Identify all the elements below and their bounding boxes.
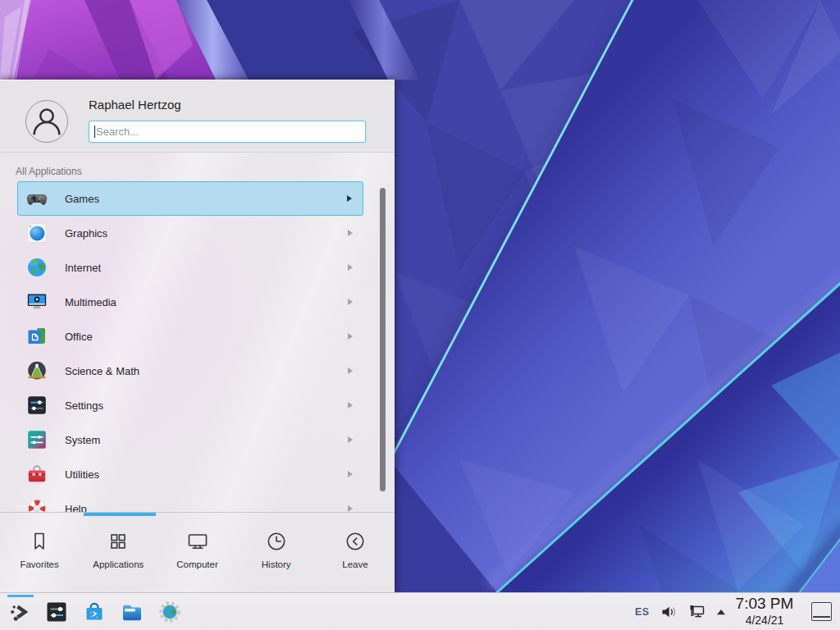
sliders-icon [26,395,48,416]
category-label: Science & Math [65,365,139,377]
tab-computer[interactable]: Computer [158,516,236,593]
category-label: Games [65,193,99,205]
documents-icon [26,326,48,347]
globe-icon [26,257,48,278]
clock-widget[interactable]: 7:03 PM 4/24/21 [725,595,804,628]
category-label: System [65,434,100,446]
category-row-system[interactable]: System [17,422,363,457]
settings-sliders-icon[interactable] [44,600,69,624]
gamepad-icon [26,188,48,209]
tab-applications[interactable]: Applications [79,516,158,593]
user-avatar[interactable] [25,100,68,143]
category-row-multimedia[interactable]: Multimedia [17,285,363,319]
clock-icon [264,529,289,554]
user-name: Raphael Hertzog [89,98,181,112]
desktop: Raphael Hertzog Search... All Applicatio… [0,0,840,630]
toolbox-icon [26,463,48,485]
submenu-arrow-icon [348,368,353,374]
submenu-arrow-icon [348,299,353,305]
software-bag-icon[interactable] [82,600,107,624]
expand-caret-icon[interactable] [716,609,726,615]
category-label: Internet [65,262,101,274]
tab-label: Computer [176,559,218,569]
tab-history[interactable]: History [237,516,316,593]
submenu-arrow-icon [347,195,352,202]
text-cursor [94,126,95,138]
tab-label: Applications [93,559,144,569]
category-row-games[interactable]: Games [17,181,363,216]
submenu-arrow-icon [348,333,353,340]
category-row-internet[interactable]: Internet [17,250,363,285]
category-label: Multimedia [65,296,116,308]
leave-circle-icon [343,529,368,554]
category-row-settings[interactable]: Settings [17,388,363,422]
monitor-icon [185,529,210,554]
taskbar: ES 7:03 PM 4/24/21 [0,592,840,630]
tab-leave[interactable]: Leave [316,516,395,593]
search-input[interactable]: Search... [89,121,366,143]
paint-sphere-icon [26,222,48,244]
category-row-utilities[interactable]: Utilities [17,457,363,491]
submenu-arrow-icon [348,230,353,236]
category-label: Office [65,331,93,343]
launcher-header: Raphael Hertzog Search... [0,80,395,153]
folder-icon[interactable] [120,600,144,624]
clock-time: 7:03 PM [725,595,804,613]
show-desktop-button[interactable] [811,602,832,621]
category-row-graphics[interactable]: Graphics [17,216,363,250]
submenu-arrow-icon [348,436,353,443]
grid-icon [106,529,130,554]
category-list: Games Graphics [0,153,395,512]
tab-label: Favorites [20,559,58,569]
media-screen-icon [26,291,48,313]
system-sliders-icon [26,429,48,450]
tab-label: History [262,559,291,569]
tab-label: Leave [342,559,368,569]
submenu-arrow-icon [348,471,353,477]
keyboard-layout-indicator[interactable]: ES [635,606,650,618]
tabbar-separator [0,512,395,513]
user-icon [26,101,67,142]
volume-icon[interactable] [660,604,677,620]
category-row-science-math[interactable]: Science & Math [17,354,363,388]
globe-gear-icon[interactable] [158,600,182,624]
category-row-office[interactable]: Office [17,319,363,354]
network-icon[interactable] [687,603,705,621]
active-task-indicator [7,595,34,597]
tab-favorites[interactable]: Favorites [0,516,79,593]
submenu-arrow-icon [348,505,353,512]
scrollbar[interactable] [380,188,386,491]
category-label: Help [65,503,87,513]
clock-date: 4/24/21 [725,613,804,628]
category-label: Graphics [65,227,107,240]
kde-launcher-icon[interactable] [8,600,33,624]
application-launcher-popup: Raphael Hertzog Search... All Applicatio… [0,80,395,592]
category-label: Utilities [65,468,99,481]
search-placeholder: Search... [96,126,139,138]
bookmark-icon [27,529,52,554]
submenu-arrow-icon [348,402,353,409]
flask-icon [26,360,48,381]
system-tray: ES [635,593,726,630]
submenu-arrow-icon [348,264,353,271]
lifebuoy-icon [26,498,48,512]
launcher-tabbar: Favorites Applications C [0,516,395,593]
category-label: Settings [65,399,103,412]
category-row-help[interactable]: Help [17,491,363,512]
